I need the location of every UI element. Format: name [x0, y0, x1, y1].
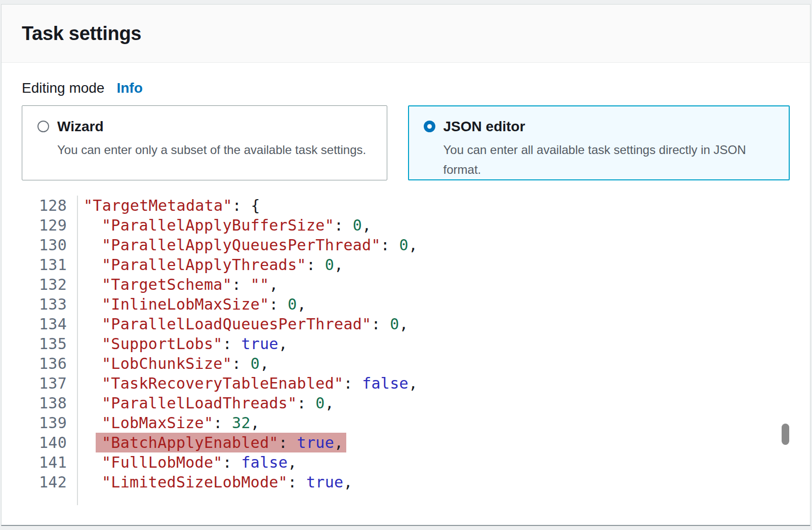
- editing-mode-label: Editing mode: [22, 80, 104, 96]
- line-number: 133: [22, 294, 78, 314]
- line-number: 141: [22, 452, 78, 472]
- line-number: 132: [22, 275, 78, 294]
- line-number: 131: [22, 255, 78, 275]
- line-number: 136: [22, 354, 78, 373]
- code-line: 136 "LobChunkSize": 0,: [22, 354, 790, 373]
- json-editor-radio-icon[interactable]: [424, 121, 435, 132]
- line-content: "TargetMetadata": {: [78, 196, 260, 215]
- line-content: "InlineLobMaxSize": 0,: [78, 294, 306, 314]
- line-number: 140: [22, 433, 78, 452]
- line-content: "ParallelApplyBufferSize": 0,: [78, 215, 372, 235]
- code-line: 139 "LobMaxSize": 32,: [22, 413, 790, 433]
- line-number: 139: [22, 413, 78, 433]
- line-content: "BatchApplyEnabled": true,: [78, 433, 346, 452]
- code-line: 134 "ParallelLoadQueuesPerThread": 0,: [22, 314, 790, 334]
- code-line: 131 "ParallelApplyThreads": 0,: [22, 255, 790, 275]
- editing-mode-tiles: Wizard You can enter only a subset of th…: [22, 105, 790, 180]
- card-body: Editing modeInfo Wizard You can enter on…: [2, 63, 810, 505]
- line-number: 137: [22, 373, 78, 393]
- tile-json-editor-description: You can enter all available task setting…: [443, 140, 784, 179]
- page-title: Task settings: [22, 23, 141, 45]
- line-number: 128: [22, 196, 78, 215]
- code-line: 133 "InlineLobMaxSize": 0,: [22, 294, 790, 314]
- code-line: 137 "TaskRecoveryTableEnabled": false,: [22, 373, 790, 393]
- line-content: "LobMaxSize": 32,: [78, 413, 260, 433]
- tile-json-editor-text: JSON editor You can enter all available …: [443, 118, 784, 179]
- line-number: 142: [22, 472, 78, 492]
- code-line: 132 "TargetSchema": "",: [22, 275, 790, 294]
- wizard-radio-icon[interactable]: [37, 121, 49, 132]
- editor-scrollbar-thumb[interactable]: [782, 424, 789, 445]
- card-header: Task settings: [2, 5, 810, 63]
- line-number: 135: [22, 334, 78, 354]
- tile-wizard[interactable]: Wizard You can enter only a subset of th…: [22, 105, 387, 180]
- line-content: "TargetSchema": "",: [78, 275, 278, 294]
- line-number: 138: [22, 393, 78, 413]
- line-content: "LobChunkSize": 0,: [78, 354, 269, 373]
- json-code-editor[interactable]: 128 "TargetMetadata": { 129 "ParallelApp…: [22, 196, 790, 505]
- line-content: "ParallelApplyThreads": 0,: [78, 255, 343, 275]
- tile-json-editor[interactable]: JSON editor You can enter all available …: [408, 105, 790, 180]
- line-content: "ParallelLoadQueuesPerThread": 0,: [78, 314, 409, 334]
- editing-mode-row: Editing modeInfo: [22, 79, 790, 97]
- code-lines: 128 "TargetMetadata": { 129 "ParallelApp…: [22, 196, 790, 492]
- code-line: 135 "SupportLobs": true,: [22, 334, 790, 354]
- code-line: 128 "TargetMetadata": {: [22, 196, 790, 215]
- line-content: "FullLobMode": false,: [78, 452, 297, 472]
- line-number: 134: [22, 314, 78, 334]
- line-number: 129: [22, 215, 78, 235]
- line-content: "SupportLobs": true,: [78, 334, 288, 354]
- info-link[interactable]: Info: [116, 80, 142, 96]
- code-line: 130 "ParallelApplyQueuesPerThread": 0,: [22, 235, 790, 255]
- code-line: 141 "FullLobMode": false,: [22, 452, 790, 472]
- code-line: 138 "ParallelLoadThreads": 0,: [22, 393, 790, 413]
- line-content: "ParallelLoadThreads": 0,: [78, 393, 334, 413]
- tile-wizard-text: Wizard You can enter only a subset of th…: [57, 118, 366, 180]
- tile-wizard-title: Wizard: [57, 118, 366, 136]
- line-number: 130: [22, 235, 78, 255]
- line-content: "TaskRecoveryTableEnabled": false,: [78, 373, 418, 393]
- line-content: "LimitedSizeLobMode": true,: [78, 472, 353, 492]
- gutter-tail: [22, 492, 78, 505]
- tile-wizard-description: You can enter only a subset of the avail…: [57, 140, 366, 160]
- code-line: 140 "BatchApplyEnabled": true,: [22, 433, 790, 452]
- line-content: "ParallelApplyQueuesPerThread": 0,: [78, 235, 418, 255]
- code-line: 142 "LimitedSizeLobMode": true,: [22, 472, 790, 492]
- tile-json-editor-title: JSON editor: [443, 118, 784, 136]
- task-settings-card: Task settings Editing modeInfo Wizard Yo…: [1, 4, 810, 526]
- code-line: 129 "ParallelApplyBufferSize": 0,: [22, 215, 790, 235]
